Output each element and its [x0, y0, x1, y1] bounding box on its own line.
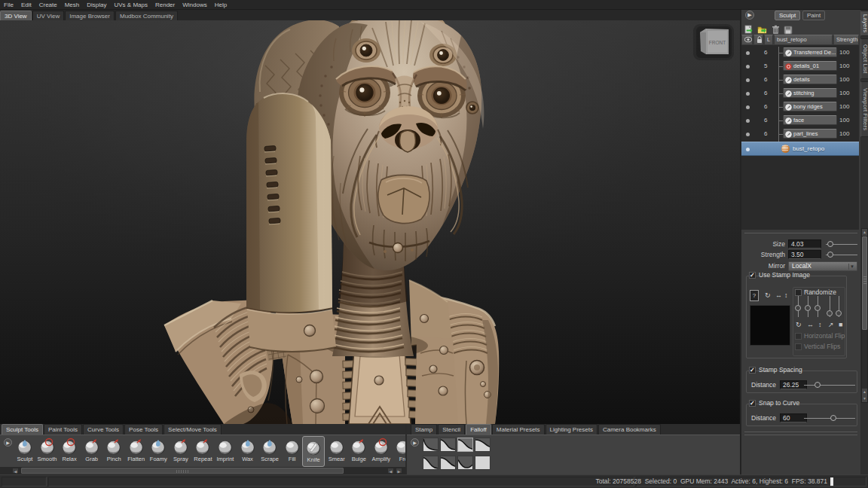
- tool-scrape[interactable]: Scrape: [258, 436, 281, 467]
- layer-visibility-dot[interactable]: [746, 78, 750, 82]
- tray-tab-stencil[interactable]: Stencil: [438, 424, 465, 435]
- tool-fill[interactable]: Fill: [281, 436, 304, 467]
- mesh-visibility-dot[interactable]: [746, 148, 750, 151]
- mesh-row-selected[interactable]: bust_retopo: [741, 142, 859, 156]
- layer-row[interactable]: 6stitching100: [741, 87, 859, 100]
- stamp-stop-icon[interactable]: ■: [839, 322, 842, 328]
- stamp-vslider-knob-3[interactable]: [815, 305, 821, 311]
- stamp-spacing-checkbox[interactable]: [749, 367, 756, 374]
- menu-help[interactable]: Help: [211, 0, 231, 10]
- layer-visibility-dot[interactable]: [746, 92, 750, 96]
- lock-column-header[interactable]: [753, 35, 763, 45]
- menu-file[interactable]: File: [0, 0, 17, 10]
- stamp-swap-icon[interactable]: ↔: [775, 292, 782, 299]
- tool-spray[interactable]: Spray: [170, 436, 192, 467]
- strength-input[interactable]: 3.50: [788, 250, 821, 259]
- falloff-preset-steep[interactable]: [423, 438, 439, 452]
- tool-bulge[interactable]: Bulge: [347, 436, 370, 467]
- layer-strength-value[interactable]: 100: [839, 103, 849, 110]
- stamp-vslider-knob-5[interactable]: [836, 310, 842, 316]
- layer-name-chip[interactable]: part_lines: [783, 129, 837, 139]
- name-column-header[interactable]: bust_retopo: [774, 35, 833, 45]
- layer-strength-value[interactable]: 100: [839, 76, 849, 83]
- menu-render[interactable]: Render: [151, 0, 179, 10]
- tool-smear[interactable]: Smear: [326, 436, 348, 467]
- save-layer-icon[interactable]: [784, 26, 793, 35]
- layers-tab-paint[interactable]: Paint: [802, 11, 825, 20]
- strength-slider[interactable]: [826, 255, 857, 255]
- falloff-preset-dome2[interactable]: [440, 456, 456, 470]
- view-tab-uv-view[interactable]: UV View: [32, 11, 65, 20]
- tool-wax[interactable]: Wax: [237, 436, 259, 467]
- scroll-left2-icon[interactable]: ◀: [387, 468, 394, 474]
- layer-strength-value[interactable]: 100: [839, 117, 849, 124]
- stamp-vslider-knob-2[interactable]: [805, 305, 811, 311]
- layers-tab-sculpt[interactable]: Sculpt: [775, 11, 800, 20]
- delete-layer-icon[interactable]: [772, 25, 780, 35]
- view-tab-image-browser[interactable]: Image Browser: [65, 11, 115, 20]
- scroll-left-icon[interactable]: ◀: [12, 468, 19, 474]
- panel-expander-icon[interactable]: ▶: [745, 11, 754, 20]
- layer-name-chip[interactable]: bony ridges: [783, 102, 837, 111]
- layer-row[interactable]: 5details_01100: [741, 59, 859, 73]
- view-cube[interactable]: FRONT: [693, 24, 734, 60]
- menu-create[interactable]: Create: [35, 0, 61, 10]
- tool-flatten[interactable]: Flatten: [125, 436, 148, 467]
- side-tab-viewport-filters[interactable]: Viewport Filters: [860, 81, 868, 137]
- tray-expander-icon[interactable]: ▶: [4, 438, 12, 447]
- stamp-flipx-icon[interactable]: ↔: [807, 322, 814, 328]
- menu-uvs-maps[interactable]: UVs & Maps: [111, 0, 151, 10]
- stamp-updown-icon[interactable]: ↕: [784, 292, 788, 299]
- snap-to-curve-knob[interactable]: [830, 415, 836, 421]
- layer-name-chip[interactable]: details_01: [783, 61, 837, 71]
- stamp-spacing-distance-input[interactable]: 26.25: [780, 380, 807, 389]
- tool-knife[interactable]: Knife: [302, 436, 325, 467]
- layer-name-chip[interactable]: Transferred De...: [783, 47, 837, 57]
- tray-tab-stamp[interactable]: Stamp: [411, 424, 437, 435]
- snap-to-curve-slider[interactable]: [804, 418, 855, 419]
- stamp-export-icon[interactable]: ↗: [828, 322, 834, 328]
- stamp-spacing-knob[interactable]: [815, 382, 821, 388]
- tool-amplify[interactable]: Amplify: [370, 436, 393, 467]
- falloff-preset-scurve[interactable]: [440, 438, 456, 452]
- scroll-up2-icon[interactable]: ▲: [862, 389, 867, 395]
- falloff-preset-plateau[interactable]: [475, 438, 491, 452]
- stamp-picker-button[interactable]: ?: [750, 290, 759, 301]
- view-tab-mudbox-community[interactable]: Mudbox Community: [115, 11, 178, 20]
- layer-strength-value[interactable]: 100: [839, 90, 849, 96]
- layer-name-chip[interactable]: stitching: [783, 88, 837, 98]
- tool-scrollbar[interactable]: ◀ ◀ ▶: [0, 467, 405, 474]
- layer-strength-value[interactable]: 100: [839, 49, 849, 56]
- tray-tab-curve-tools[interactable]: Curve Tools: [83, 424, 124, 435]
- stamp-flipy-icon[interactable]: ↕: [818, 322, 822, 328]
- falloff-preset-dip[interactable]: [457, 456, 473, 470]
- side-tab-layers[interactable]: Layers: [860, 11, 868, 36]
- falloff-preset-dome[interactable]: [457, 438, 473, 452]
- stamp-vslider-knob-4[interactable]: [827, 310, 833, 316]
- layer-visibility-dot[interactable]: [746, 119, 750, 123]
- strength-slider-knob[interactable]: [827, 252, 833, 258]
- visibility-column-header[interactable]: [741, 35, 753, 45]
- menu-display[interactable]: Display: [83, 0, 110, 10]
- menu-windows[interactable]: Windows: [179, 0, 210, 10]
- tool-scrollbar-thumb[interactable]: [21, 468, 344, 474]
- view-tab-3d-view[interactable]: 3D View: [0, 11, 32, 20]
- tray-tab-lighting-presets[interactable]: Lighting Presets: [546, 424, 598, 435]
- tool-relax[interactable]: Relax: [58, 436, 81, 467]
- tool-imprint[interactable]: Imprint: [214, 436, 237, 467]
- falloff-preset-constant[interactable]: [475, 456, 491, 470]
- tool-fre[interactable]: Fre: [392, 436, 405, 467]
- scrollbar-thumb[interactable]: [862, 236, 867, 330]
- layer-strength-value[interactable]: 100: [839, 130, 849, 137]
- tool-smooth[interactable]: Smooth: [36, 436, 59, 467]
- size-input[interactable]: 4.03: [788, 239, 821, 249]
- vertical-flip-checkbox[interactable]: [795, 343, 802, 350]
- side-tab-object-list[interactable]: Object List: [860, 38, 868, 79]
- tray-tab-camera-bookmarks[interactable]: Camera Bookmarks: [598, 424, 661, 435]
- stamp-spacing-slider[interactable]: [804, 385, 855, 386]
- viewport-3d[interactable]: FRONT: [0, 20, 740, 424]
- scroll-down-icon[interactable]: ▼: [862, 395, 867, 402]
- properties-scrollbar[interactable]: ▲ ▲ ▼: [861, 228, 868, 403]
- layer-visibility-dot[interactable]: [746, 133, 750, 136]
- layer-name-chip[interactable]: details: [783, 75, 837, 84]
